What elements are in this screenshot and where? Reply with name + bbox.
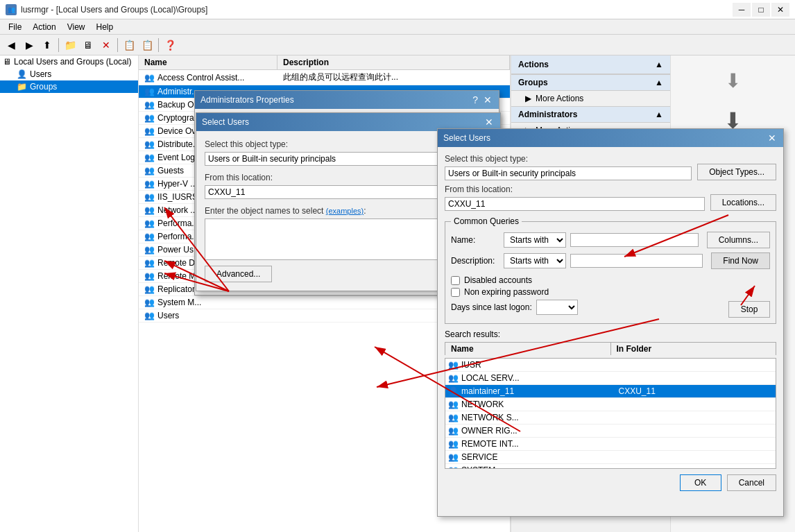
result-name: maintainer_11 <box>461 386 616 396</box>
user-icon: 👥 <box>448 373 459 383</box>
admin-props-close[interactable]: ✕ <box>482 94 493 105</box>
result-name: NETWORK S... <box>461 413 616 422</box>
days-since-label: Days since last logon: <box>451 302 532 312</box>
disabled-accounts-label: Disabled accounts <box>464 275 532 285</box>
result-name: IUSR <box>461 360 616 370</box>
search-results-label: Search results: <box>445 329 776 339</box>
select-users-1-close[interactable]: ✕ <box>484 117 495 128</box>
select-users-2-title: Select Users <box>443 133 490 143</box>
select-users-1-title: Select Users <box>202 117 249 127</box>
user-icon: 👥 <box>448 426 459 436</box>
disabled-accounts-checkbox[interactable] <box>451 276 460 285</box>
search-row[interactable]: 👥LOCAL SERV... <box>445 372 776 385</box>
object-types-button[interactable]: Object Types... <box>697 164 776 180</box>
su2-from-loc-label: From this location: <box>445 185 705 194</box>
desc-value-input[interactable] <box>570 254 703 268</box>
user-icon: 👥 <box>448 452 459 462</box>
name-value-input[interactable] <box>570 233 699 247</box>
user-icon: 👤 <box>448 386 459 396</box>
desc-label: Description: <box>451 256 499 266</box>
non-expiring-checkbox[interactable] <box>451 288 460 297</box>
select-users-2-close[interactable]: ✕ <box>767 132 778 144</box>
result-name: LOCAL SERV... <box>461 373 616 383</box>
search-col-name: Name <box>445 343 611 355</box>
result-folder: CXXU_11 <box>619 386 773 396</box>
find-now-button[interactable]: Find Now <box>711 252 770 269</box>
admin-props-question[interactable]: ? <box>471 94 479 105</box>
examples-link[interactable]: (examples) <box>326 207 364 215</box>
advanced-button[interactable]: Advanced... <box>205 266 272 282</box>
ok-button-su2[interactable]: OK <box>680 474 721 491</box>
su2-from-loc-value: CXXU_11 <box>445 197 705 211</box>
user-icon: 👥 <box>448 413 459 422</box>
name-starts-with[interactable]: Starts with <box>504 232 566 248</box>
desc-starts-with[interactable]: Starts with <box>504 253 566 268</box>
search-row[interactable]: 👥NETWORK S... <box>445 411 776 424</box>
search-row[interactable]: 👤maintainer_11CXXU_11 <box>445 385 776 398</box>
admin-props-titlebar: Administrators Properties ? ✕ <box>195 91 499 109</box>
result-name: REMOTE INT... <box>461 439 616 449</box>
user-icon: 👥 <box>448 360 459 370</box>
select-users-2-body: Select this object type: Users or Built-… <box>438 147 783 498</box>
search-col-folder: In Folder <box>611 343 776 355</box>
search-row[interactable]: 👥REMOTE INT... <box>445 438 776 451</box>
search-row[interactable]: 👥SYSTEM <box>445 464 776 469</box>
result-name: OWNER RIG... <box>461 426 616 436</box>
search-row[interactable]: 👥OWNER RIG... <box>445 424 776 438</box>
dialog-overlay: Administrators Properties ? ✕ Add... Rem… <box>0 0 795 532</box>
locations-button[interactable]: Locations... <box>710 194 776 211</box>
select-users-2-titlebar: Select Users ✕ <box>438 129 783 147</box>
result-name: SYSTEM <box>461 465 616 469</box>
admin-props-title: Administrators Properties <box>200 95 294 105</box>
non-expiring-label: Non expiring password <box>464 287 549 297</box>
user-icon: 👥 <box>448 400 459 409</box>
su2-obj-type-label: Select this object type: <box>445 154 692 164</box>
result-name: NETWORK <box>461 400 616 409</box>
columns-button[interactable]: Columns... <box>707 232 770 248</box>
search-row[interactable]: 👥IUSR <box>445 359 776 372</box>
stop-button[interactable]: Stop <box>728 301 770 318</box>
search-row[interactable]: 👥SERVICE <box>445 451 776 464</box>
cancel-button-su2[interactable]: Cancel <box>727 474 776 491</box>
search-results-list: 👥IUSR 👥LOCAL SERV... 👤maintainer_11CXXU_… <box>445 358 776 469</box>
user-icon: 👥 <box>448 439 459 449</box>
user-icon: 👥 <box>448 465 459 469</box>
days-since-select[interactable] <box>536 300 578 315</box>
name-label: Name: <box>451 235 499 245</box>
common-queries-legend: Common Queries <box>451 216 522 226</box>
select-users-dialog-2: Select Users ✕ Select this object type: … <box>437 128 784 517</box>
su2-obj-type-value: Users or Built-in security principals <box>445 166 692 180</box>
result-name: SERVICE <box>461 452 616 462</box>
search-row[interactable]: 👥NETWORK <box>445 398 776 411</box>
